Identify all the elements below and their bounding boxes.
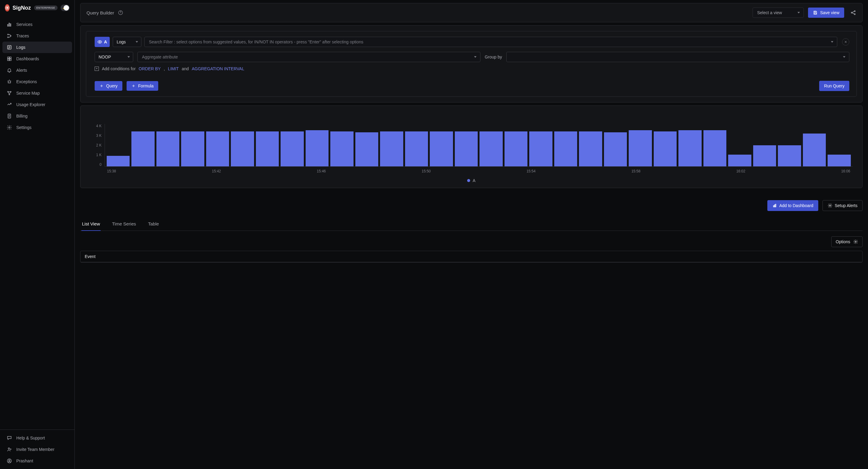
limit-link[interactable]: LIMIT (168, 66, 179, 71)
chart-bar[interactable] (206, 131, 229, 166)
sidebar-item-help[interactable]: Help & Support (2, 432, 72, 444)
tab-time-series[interactable]: Time Series (112, 218, 136, 230)
svg-rect-2 (7, 24, 8, 26)
theme-toggle[interactable]: 🌙 (61, 4, 70, 11)
chart-bar[interactable] (405, 131, 428, 166)
query-block: A Logs NOOP Group by (86, 31, 857, 97)
x-tick: 15:54 (527, 169, 535, 175)
chart-card: 4 K3 K2 K1 K0 15:3815:4215:4615:5015:541… (80, 105, 863, 188)
remove-query-button[interactable] (842, 38, 849, 45)
user-plus-icon (7, 447, 12, 452)
chart-bar[interactable] (131, 131, 154, 166)
chart-bar[interactable] (654, 131, 677, 166)
usage-icon (7, 102, 12, 107)
aggregate-attribute-input[interactable] (137, 52, 480, 62)
chart-bar[interactable] (355, 132, 378, 166)
chart-plot (104, 124, 852, 167)
svg-point-7 (10, 36, 11, 36)
chart-bar[interactable] (330, 131, 353, 166)
share-icon[interactable] (850, 10, 856, 16)
chart-bar[interactable] (479, 131, 502, 166)
sidebar-item-alerts[interactable]: Alerts (2, 64, 72, 76)
options-button[interactable]: Options (831, 236, 863, 247)
chart-bar[interactable] (604, 132, 627, 166)
chart-bar[interactable] (554, 131, 577, 166)
sidebar-item-profile[interactable]: Prashant (2, 455, 72, 467)
sidebar-item-traces[interactable]: Traces (2, 30, 72, 41)
chart-bar[interactable] (579, 131, 602, 166)
setup-alerts-button[interactable]: Setup Alerts (823, 200, 863, 211)
chart-bar[interactable] (306, 130, 329, 166)
chart-bar[interactable] (803, 133, 826, 166)
chart-bar[interactable] (828, 155, 850, 166)
svg-line-38 (852, 13, 855, 14)
sidebar: SigNoz ENTERPRISE 🌙 Services Traces Logs… (0, 0, 75, 469)
save-view-button[interactable]: Save view (808, 7, 844, 18)
query-visibility-badge[interactable]: A (95, 37, 110, 47)
chart-bar[interactable] (778, 145, 801, 167)
chart-legend[interactable]: A (89, 178, 854, 183)
query-builder-card: Query Builder Select a view Save view (80, 3, 863, 22)
chart-bar[interactable] (455, 131, 478, 166)
filter-input-field[interactable] (148, 39, 833, 44)
y-tick: 4 K (96, 124, 101, 128)
sidebar-item-service-map[interactable]: Service Map (2, 87, 72, 99)
order-by-link[interactable]: ORDER BY (138, 66, 161, 71)
aggregate-attribute-field[interactable] (141, 54, 476, 60)
sidebar-item-settings[interactable]: Settings (2, 122, 72, 133)
save-icon (813, 10, 818, 15)
sidebar-item-label: Alerts (16, 68, 27, 73)
chart-bar[interactable] (678, 130, 701, 166)
svg-rect-48 (775, 204, 776, 207)
chart-bar[interactable] (704, 130, 726, 166)
sidebar-item-logs[interactable]: Logs (2, 41, 72, 53)
group-by-field[interactable] (510, 54, 845, 60)
sidebar-item-services[interactable]: Services (2, 19, 72, 30)
tier-pill: ENTERPRISE (34, 5, 58, 10)
sidebar-item-invite[interactable]: Invite Team Member (2, 444, 72, 455)
run-query-button[interactable]: Run Query (819, 81, 849, 91)
chart-bar[interactable] (529, 131, 552, 166)
chart-bar[interactable] (256, 131, 279, 166)
sidebar-item-label: Services (16, 22, 33, 27)
add-to-dashboard-button[interactable]: Add to Dashboard (767, 200, 818, 211)
chart-bar[interactable] (430, 131, 453, 166)
x-tick: 16:06 (841, 169, 850, 175)
eye-icon (97, 39, 102, 44)
filter-input[interactable] (144, 37, 837, 47)
sidebar-item-usage-explorer[interactable]: Usage Explorer (2, 99, 72, 110)
aggregation-op-select[interactable]: NOOP (95, 52, 133, 62)
chart-bar[interactable] (231, 131, 254, 166)
chart-bar[interactable] (156, 131, 179, 166)
chart-bar[interactable] (629, 130, 652, 166)
add-conditions-row[interactable]: + Add conditions for ORDER BY , LIMIT an… (95, 66, 849, 71)
sidebar-item-dashboards[interactable]: Dashboards (2, 53, 72, 64)
source-type-select[interactable]: Logs (113, 37, 141, 47)
svg-rect-46 (773, 206, 774, 207)
avatar-icon (7, 458, 12, 464)
add-query-button[interactable]: Query (95, 81, 122, 91)
agg-interval-link[interactable]: AGGREGATION INTERVAL (192, 66, 244, 71)
svg-point-6 (7, 37, 8, 38)
group-by-input[interactable] (506, 52, 849, 62)
add-formula-button[interactable]: Formula (127, 81, 158, 91)
help-icon[interactable] (118, 10, 123, 15)
sidebar-item-billing[interactable]: Billing (2, 110, 72, 122)
chart-bar[interactable] (504, 131, 527, 166)
chart-bar[interactable] (753, 145, 776, 167)
chart-bar[interactable] (281, 131, 304, 166)
chart-bar[interactable] (181, 131, 204, 166)
tab-table[interactable]: Table (147, 218, 159, 230)
chart-bar[interactable] (380, 131, 403, 166)
x-tick: 15:46 (317, 169, 326, 175)
x-tick: 15:58 (631, 169, 641, 175)
x-tick: 15:50 (422, 169, 431, 175)
svg-rect-13 (10, 57, 11, 59)
chart-bar[interactable] (107, 156, 130, 166)
bar-chart-icon (7, 22, 12, 27)
tab-list-view[interactable]: List View (82, 218, 101, 230)
select-view-dropdown[interactable]: Select a view (752, 7, 804, 18)
toggle-knob (64, 5, 69, 10)
chart-bar[interactable] (728, 155, 751, 166)
sidebar-item-exceptions[interactable]: Exceptions (2, 76, 72, 87)
